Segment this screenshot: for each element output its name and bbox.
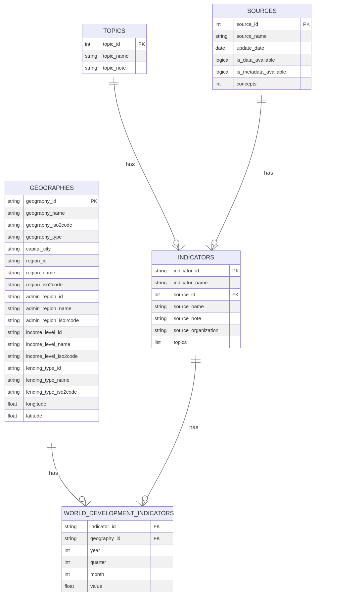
- column-type: string: [62, 521, 88, 532]
- column-type: int: [213, 78, 234, 89]
- column-name: concepts: [234, 78, 300, 89]
- column-name: month: [88, 568, 151, 580]
- svg-line-5: [179, 245, 185, 250]
- rel-label-indicators-wdi: has: [189, 424, 199, 431]
- entity-body: stringgeography_idPKstringgeography_name…: [5, 195, 99, 421]
- column-key: [88, 291, 99, 302]
- entity-title: SOURCES: [213, 4, 311, 18]
- column-type: string: [152, 301, 171, 312]
- column-key: [88, 267, 99, 278]
- table-row: floatlongitude: [5, 398, 99, 410]
- entity-geographies: GEOGRAPHIESstringgeography_idPKstringgeo…: [5, 181, 99, 422]
- table-row: stringadmin_region_id: [5, 290, 99, 302]
- column-key: [230, 324, 240, 336]
- column-type: int: [62, 556, 88, 568]
- column-key: [88, 243, 99, 254]
- column-key: PK: [88, 195, 99, 207]
- table-row: intconcepts: [213, 78, 311, 89]
- table-row: intyear: [62, 544, 173, 556]
- column-type: int: [213, 18, 234, 30]
- table-row: stringgeography_iso2code: [5, 219, 99, 231]
- column-type: string: [5, 314, 23, 326]
- column-key: [88, 374, 99, 386]
- column-name: topic_id: [100, 38, 136, 50]
- table-row: intsource_idPK: [213, 18, 311, 30]
- table-row: floatlatitude: [5, 410, 99, 421]
- entity-title: INDICATORS: [152, 251, 240, 265]
- svg-line-17: [142, 501, 148, 506]
- svg-line-15: [136, 501, 142, 506]
- column-key: FK: [151, 532, 173, 544]
- table-row: intmonth: [62, 568, 173, 580]
- column-type: string: [5, 231, 23, 243]
- column-key: [88, 398, 99, 410]
- table-row: logicalis_metadata_available: [213, 66, 311, 78]
- svg-line-21: [79, 501, 85, 506]
- column-type: string: [5, 255, 23, 266]
- column-name: region_name: [23, 267, 88, 278]
- column-type: date: [213, 42, 234, 54]
- column-key: [230, 312, 240, 324]
- column-name: income_level_iso2code: [23, 350, 88, 362]
- column-type: string: [152, 277, 171, 288]
- table-row: intquarter: [62, 556, 173, 568]
- column-name: update_date: [234, 42, 300, 54]
- column-type: string: [5, 279, 23, 290]
- column-type: string: [5, 338, 23, 350]
- table-row: inttopic_idPK: [82, 38, 146, 50]
- column-type: string: [152, 265, 171, 276]
- column-type: logical: [213, 54, 234, 66]
- entity-sources: SOURCESintsource_idPKstringsource_nameda…: [212, 4, 311, 90]
- column-key: [151, 544, 173, 556]
- column-name: source_id: [234, 18, 300, 30]
- column-name: geography_id: [88, 532, 151, 544]
- column-name: geography_iso2code: [23, 219, 88, 231]
- column-type: string: [5, 386, 23, 398]
- table-row: floatvalue: [62, 580, 173, 592]
- column-key: [136, 50, 146, 62]
- column-key: PK: [136, 38, 146, 50]
- column-type: string: [5, 326, 23, 338]
- table-row: stringregion_name: [5, 266, 99, 278]
- svg-line-9: [206, 245, 212, 250]
- table-row: intsource_idFK: [152, 288, 240, 300]
- table-row: stringindicator_idPK: [152, 265, 240, 276]
- table-row: stringgeography_name: [5, 207, 99, 219]
- column-type: string: [5, 303, 23, 314]
- column-key: [88, 207, 99, 219]
- table-row: stringincome_level_name: [5, 338, 99, 350]
- column-type: string: [5, 267, 23, 278]
- column-name: capital_city: [23, 243, 88, 254]
- column-name: topics: [171, 336, 230, 348]
- column-name: geography_type: [23, 231, 88, 243]
- column-name: source_organization: [171, 324, 230, 336]
- entity-body: intsource_idPKstringsource_namedateupdat…: [213, 18, 311, 89]
- column-name: lending_type_iso2code: [23, 386, 88, 398]
- column-key: [300, 54, 311, 66]
- column-name: geography_id: [23, 195, 88, 207]
- table-row: stringincome_level_id: [5, 326, 99, 338]
- table-row: stringincome_level_iso2code: [5, 350, 99, 362]
- table-row: stringregion_id: [5, 254, 99, 266]
- column-name: latitude: [23, 410, 88, 421]
- column-name: is_metadata_available: [234, 66, 300, 78]
- rel-label-topics-indicators: has: [125, 161, 135, 168]
- column-key: FK: [151, 521, 173, 532]
- table-row: stringsource_name: [152, 300, 240, 312]
- column-type: string: [213, 30, 234, 42]
- entity-wdi: WORLD_DEVELOPMENT_INDICATORSstringindica…: [62, 506, 173, 592]
- table-row: logicalis_data_available: [213, 54, 311, 66]
- column-key: [300, 30, 311, 42]
- rel-label-geographies-wdi: has: [48, 470, 59, 476]
- entity-body: stringindicator_idFKstringgeography_idFK…: [62, 521, 173, 592]
- entity-indicators: INDICATORSstringindicator_idPKstringindi…: [152, 250, 241, 348]
- column-type: string: [82, 62, 100, 74]
- column-name: source_name: [234, 30, 300, 42]
- column-type: float: [62, 580, 88, 592]
- table-row: stringindicator_idFK: [62, 521, 173, 532]
- rel-label-sources-indicators: has: [263, 170, 274, 176]
- column-key: [88, 338, 99, 350]
- svg-line-11: [212, 245, 218, 250]
- column-name: is_data_available: [234, 54, 300, 66]
- column-type: int: [62, 544, 88, 556]
